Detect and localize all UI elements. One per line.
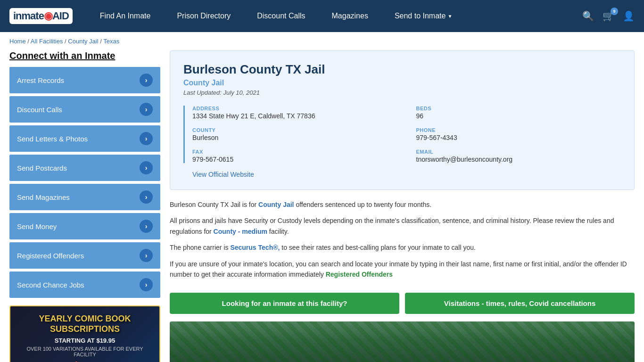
- sidebar-item-second-chance-jobs[interactable]: Second Chance Jobs ›: [9, 272, 160, 298]
- description-section: Burleson County TX Jail is for County Ja…: [170, 199, 635, 293]
- main-container: Connect with an Inmate Arrest Records › …: [0, 50, 644, 362]
- email-label: EMAIL: [416, 149, 621, 155]
- sidebar-item-send-letters[interactable]: Send Letters & Photos ›: [9, 125, 160, 152]
- arrow-icon: ›: [140, 74, 153, 87]
- county-value: Burleson: [192, 134, 397, 141]
- arrow-icon: ›: [140, 249, 153, 262]
- sidebar-item-send-postcards[interactable]: Send Postcards ›: [9, 155, 160, 181]
- nav-prison-directory[interactable]: Prison Directory: [164, 0, 244, 32]
- ad-subtitle: STARTING AT $19.95: [55, 337, 115, 344]
- facility-type: County Jail: [183, 79, 621, 87]
- sidebar: Connect with an Inmate Arrest Records › …: [9, 50, 160, 362]
- phone-label: PHONE: [416, 127, 621, 133]
- cart-badge: 9: [611, 8, 618, 15]
- facility-card: Burleson County TX Jail County Jail Last…: [170, 50, 635, 190]
- nav-find-inmate[interactable]: Find An Inmate: [87, 0, 164, 32]
- address-block: ADDRESS 1334 State Hwy 21 E, Caldwell, T…: [192, 106, 397, 120]
- address-value: 1334 State Hwy 21 E, Caldwell, TX 77836: [192, 112, 397, 120]
- send-to-inmate-chevron: ▼: [447, 14, 452, 19]
- main-nav: Find An Inmate Prison Directory Discount…: [87, 0, 582, 32]
- facility-image: [170, 321, 635, 362]
- arrow-icon: ›: [140, 161, 153, 174]
- user-icon[interactable]: 👤: [623, 10, 635, 22]
- county-block: COUNTY Burleson: [192, 127, 397, 141]
- email-block: EMAIL tnorsworthy@burlesoncounty.org: [416, 149, 621, 163]
- breadcrumb-all-facilities[interactable]: All Facilities: [31, 38, 63, 45]
- advertisement-banner[interactable]: YEARLY COMIC BOOKSUBSCRIPTIONS STARTING …: [9, 305, 160, 362]
- arrow-icon: ›: [140, 190, 153, 204]
- sidebar-item-send-magazines[interactable]: Send Magazines ›: [9, 184, 160, 210]
- site-header: inmate◉AID Find An Inmate Prison Directo…: [0, 0, 644, 32]
- beds-block: BEDS 96: [416, 106, 621, 120]
- arrow-icon: ›: [140, 278, 153, 291]
- header-icons: 🔍 🛒 9 👤: [582, 10, 635, 22]
- nav-magazines[interactable]: Magazines: [319, 0, 381, 32]
- breadcrumb: Home / All Facilities / County Jail / Te…: [0, 32, 644, 50]
- description-paragraph-3: The phone carrier is Securus Tech®, to s…: [170, 242, 635, 253]
- sidebar-title: Connect with an Inmate: [9, 50, 160, 61]
- content-area: Burleson County TX Jail County Jail Last…: [170, 50, 635, 362]
- nav-discount-calls[interactable]: Discount Calls: [244, 0, 318, 32]
- fax-label: FAX: [192, 149, 397, 155]
- ad-tagline: OVER 100 VARIATIONS AVAILABLE FOR EVERY …: [18, 346, 152, 357]
- securus-tech-link[interactable]: Securus Tech®,: [230, 244, 280, 251]
- arrow-icon: ›: [140, 132, 153, 145]
- breadcrumb-home[interactable]: Home: [9, 38, 26, 45]
- search-icon[interactable]: 🔍: [582, 10, 594, 22]
- sidebar-item-registered-offenders[interactable]: Registered Offenders ›: [9, 242, 160, 269]
- arrow-icon: ›: [140, 103, 153, 116]
- registered-offenders-link[interactable]: Registered Offenders: [326, 271, 393, 278]
- address-label: ADDRESS: [192, 106, 397, 111]
- description-paragraph-1: Burleson County TX Jail is for County Ja…: [170, 199, 635, 210]
- description-paragraph-4: If you are unsure of your inmate's locat…: [170, 259, 635, 280]
- arrow-icon: ›: [140, 220, 153, 233]
- breadcrumb-county-jail[interactable]: County Jail: [68, 38, 98, 45]
- county-label: COUNTY: [192, 127, 397, 133]
- fax-block: FAX 979-567-0615: [192, 149, 397, 163]
- ad-title: YEARLY COMIC BOOKSUBSCRIPTIONS: [39, 314, 131, 334]
- phone-block: PHONE 979-567-4343: [416, 127, 621, 141]
- email-value: tnorsworthy@burlesoncounty.org: [416, 156, 621, 163]
- official-website-link[interactable]: View Official Website: [183, 171, 621, 178]
- cta-buttons: Looking for an inmate at this facility? …: [170, 293, 635, 314]
- logo[interactable]: inmate◉AID: [9, 8, 73, 24]
- cart-icon[interactable]: 🛒 9: [603, 10, 614, 22]
- beds-label: BEDS: [416, 106, 621, 111]
- facility-info-grid: ADDRESS 1334 State Hwy 21 E, Caldwell, T…: [183, 106, 621, 163]
- visitations-button[interactable]: Visitations - times, rules, Covid cancel…: [405, 293, 635, 314]
- image-overlay: [170, 321, 635, 362]
- sidebar-item-discount-calls[interactable]: Discount Calls ›: [9, 96, 160, 123]
- facility-name: Burleson County TX Jail: [183, 62, 621, 77]
- sidebar-item-arrest-records[interactable]: Arrest Records ›: [9, 67, 160, 93]
- logo-text: inmate◉AID: [13, 10, 69, 22]
- beds-value: 96: [416, 112, 621, 120]
- county-medium-link[interactable]: County - medium: [214, 228, 267, 235]
- fax-value: 979-567-0615: [192, 156, 397, 163]
- county-jail-link[interactable]: County Jail: [258, 201, 294, 208]
- breadcrumb-texas[interactable]: Texas: [103, 38, 119, 45]
- phone-value: 979-567-4343: [416, 134, 621, 141]
- nav-send-to-inmate[interactable]: Send to Inmate ▼: [381, 0, 465, 32]
- facility-last-updated: Last Updated: July 10, 2021: [183, 89, 621, 96]
- sidebar-item-send-money[interactable]: Send Money ›: [9, 213, 160, 239]
- description-paragraph-2: All prisons and jails have Security or C…: [170, 215, 635, 237]
- find-inmate-button[interactable]: Looking for an inmate at this facility?: [170, 293, 399, 314]
